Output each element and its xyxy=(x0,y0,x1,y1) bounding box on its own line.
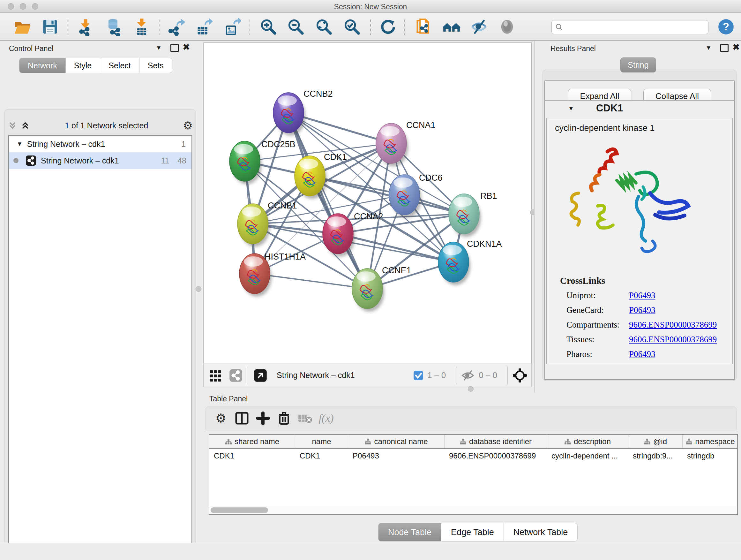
open-session-icon[interactable] xyxy=(13,17,32,36)
hide-selected-icon[interactable] xyxy=(470,17,488,36)
tree-collapse-icon[interactable]: ▼ xyxy=(17,140,23,147)
table-horizontal-scrollbar[interactable] xyxy=(209,506,737,514)
refresh-layout-icon[interactable] xyxy=(379,17,397,36)
tab-select[interactable]: Select xyxy=(100,58,139,73)
crosslink-link[interactable]: P06493 xyxy=(629,305,656,315)
column-header-description[interactable]: description xyxy=(547,435,628,448)
control-panel-float-icon[interactable] xyxy=(171,44,179,52)
network-view-toolbar: String Network – cdk1 1 – 0 0 – 0 xyxy=(203,364,532,387)
protein-name: CDK1 xyxy=(596,103,623,114)
hidden-count: 0 – 0 xyxy=(479,370,497,380)
table-header-row: shared namenamecanonical namedatabase id… xyxy=(209,435,737,449)
show-all-icon[interactable] xyxy=(498,17,516,36)
function-builder-button[interactable]: f(x) xyxy=(316,409,337,428)
network-view-title: String Network – cdk1 xyxy=(277,371,355,380)
network-options-gear-icon[interactable]: ⚙ xyxy=(183,120,193,131)
selected-checkbox-icon[interactable] xyxy=(413,370,423,381)
import-network-icon[interactable] xyxy=(76,17,94,36)
zoom-selected-icon[interactable] xyxy=(343,17,361,36)
column-mapping-icon xyxy=(364,438,372,445)
share-document-icon[interactable] xyxy=(414,17,433,36)
table-row[interactable]: CDK1CDK1P064939606.ENSP00000378699cyclin… xyxy=(209,449,737,463)
network-share-toggle-icon[interactable] xyxy=(229,369,243,382)
column-header-shared-name[interactable]: shared name xyxy=(209,435,295,448)
export-image-icon[interactable] xyxy=(223,17,241,36)
crosslink-link[interactable]: 9606.ENSP00000378699 xyxy=(629,334,717,345)
column-header-name[interactable]: name xyxy=(295,435,348,448)
network-canvas[interactable]: CCNB2CCNA1CDC25BCDK1CDC6RB1CCNB1CCNA2CDK… xyxy=(203,43,532,363)
table-cell[interactable]: cyclin-dependent ... xyxy=(547,449,628,463)
scrollbar-thumb[interactable] xyxy=(211,507,268,513)
import-table-icon[interactable] xyxy=(132,17,151,36)
table-cell[interactable]: CDK1 xyxy=(295,449,348,463)
table-cell[interactable]: 9606.ENSP00000378699 xyxy=(445,449,547,463)
node-gloss xyxy=(381,126,400,136)
tab-network-table[interactable]: Network Table xyxy=(504,523,578,542)
hidden-eye-icon xyxy=(461,369,475,382)
table-cell[interactable]: P06493 xyxy=(348,449,445,463)
import-database-icon[interactable] xyxy=(104,17,123,36)
grid-view-icon[interactable] xyxy=(209,369,222,382)
fit-content-crosshair-icon[interactable] xyxy=(512,368,528,383)
tab-edge-table[interactable]: Edge Table xyxy=(441,523,504,542)
table-cell[interactable]: CDK1 xyxy=(209,449,295,463)
column-header-namespace[interactable]: namespace xyxy=(683,435,738,448)
control-panel-menu-icon[interactable]: ▼ xyxy=(156,44,162,51)
search-input[interactable] xyxy=(551,20,709,34)
export-table-icon[interactable] xyxy=(195,17,213,36)
horizontal-splitter-handle[interactable] xyxy=(468,386,474,392)
network-tree-child-row[interactable]: String Network – cdk1 11 48 xyxy=(9,152,192,169)
table-toolbar: ⚙ f(x) xyxy=(205,406,737,430)
tab-network[interactable]: Network xyxy=(19,58,66,73)
table-cell[interactable]: stringdb xyxy=(683,449,738,463)
node-gloss xyxy=(394,178,413,188)
main-toolbar: ? xyxy=(0,13,741,41)
add-column-icon[interactable] xyxy=(253,409,273,428)
tab-sets[interactable]: Sets xyxy=(139,58,172,73)
zoom-fit-icon[interactable] xyxy=(315,17,333,36)
node-label: CCNB2 xyxy=(304,89,333,99)
network-edge[interactable] xyxy=(255,273,367,289)
help-icon[interactable]: ? xyxy=(717,17,735,36)
crosslink-link[interactable]: P06493 xyxy=(629,349,656,359)
zoom-out-icon[interactable] xyxy=(286,17,305,36)
column-header--id[interactable]: @id xyxy=(628,435,683,448)
toolbar-separator xyxy=(456,367,456,384)
expand-all-icon[interactable] xyxy=(20,121,30,130)
table-options-gear-icon[interactable]: ⚙ xyxy=(210,409,231,428)
protein-collapse-icon[interactable]: ▼ xyxy=(568,105,574,112)
delete-column-trash-icon[interactable] xyxy=(273,409,294,428)
network-collection-label: String Network – cdk1 xyxy=(27,139,105,149)
results-panel-float-icon[interactable] xyxy=(720,44,729,52)
results-panel-close-icon[interactable]: ✖ xyxy=(732,43,740,51)
crosslink-link[interactable]: P06493 xyxy=(629,291,656,300)
column-header-database-identifier[interactable]: database identifier xyxy=(445,435,547,448)
node-gloss xyxy=(242,206,261,217)
tab-node-table[interactable]: Node Table xyxy=(378,523,441,542)
save-session-icon[interactable] xyxy=(41,17,59,36)
collapse-all-icon[interactable] xyxy=(8,121,17,130)
crosslink-link[interactable]: 9606.ENSP00000378699 xyxy=(629,320,717,330)
toolbar-separator xyxy=(250,19,250,35)
results-panel-menu-icon[interactable]: ▼ xyxy=(705,44,712,51)
column-mapping-icon xyxy=(564,438,571,445)
vertical-splitter-handle[interactable] xyxy=(196,286,201,292)
node-gloss xyxy=(443,245,462,255)
network-share-icon xyxy=(25,155,37,166)
zoom-in-icon[interactable] xyxy=(259,17,278,36)
network-edge[interactable] xyxy=(288,113,367,289)
column-header-canonical-name[interactable]: canonical name xyxy=(348,435,445,448)
table-cell[interactable]: stringdb:9... xyxy=(628,449,683,463)
crosslinks-list: Uniprot:P06493GeneCard:P06493Compartment… xyxy=(566,288,732,361)
control-panel-close-icon[interactable]: ✖ xyxy=(183,43,190,51)
tab-style[interactable]: Style xyxy=(66,58,100,73)
crosslink-label: Compartments: xyxy=(566,320,629,330)
export-network-icon[interactable] xyxy=(167,17,186,36)
network-tree-root-row[interactable]: ▼ String Network – cdk1 1 xyxy=(9,136,192,152)
column-mapping-icon xyxy=(644,438,651,445)
tab-string-results[interactable]: String xyxy=(620,57,656,72)
birdseye-view-icon[interactable] xyxy=(254,369,267,382)
show-columns-icon[interactable] xyxy=(231,409,253,428)
home-pair-icon[interactable] xyxy=(442,17,461,36)
toolbar-separator xyxy=(404,19,405,35)
